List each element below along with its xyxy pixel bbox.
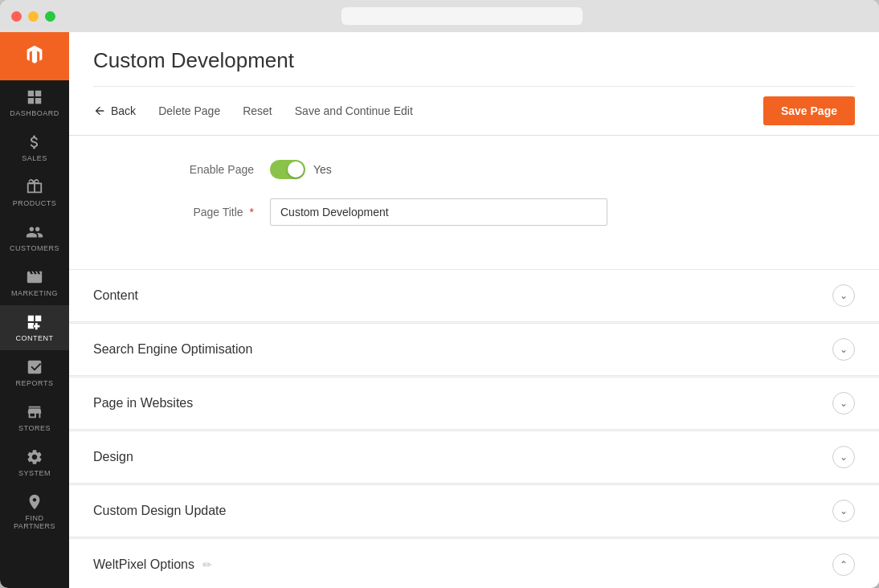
customers-icon: [26, 223, 43, 241]
sidebar-item-dashboard[interactable]: DASHBOARD: [0, 80, 69, 125]
accordion-websites-chevron: ⌄: [832, 392, 855, 414]
sidebar-item-sales[interactable]: SALES: [0, 125, 69, 170]
page-title-row-form: Page Title *: [93, 198, 855, 226]
save-label: Save Page: [781, 104, 837, 117]
sidebar-logo[interactable]: [0, 32, 69, 80]
magento-logo-icon: [20, 42, 49, 71]
sidebar-nav: DASHBOARD SALES PRODUCTS CUSTOMERS: [0, 80, 69, 588]
accordion-custom-design-title: Custom Design Update: [93, 504, 226, 518]
enable-page-toggle-label: Yes: [313, 163, 332, 176]
dashboard-icon: [26, 88, 43, 106]
page-header: Custom Development Back Delete Page Rese…: [69, 32, 879, 136]
back-arrow-icon: [93, 104, 106, 117]
page-title-label: Page Title *: [93, 206, 254, 218]
sales-icon: [26, 133, 43, 151]
sidebar-item-customers[interactable]: CUSTOMERS: [0, 215, 69, 260]
stores-icon: [26, 403, 43, 421]
accordion-design: Design ⌄: [69, 431, 879, 484]
form-area: Enable Page Yes Page Title *: [69, 136, 879, 269]
accordion-seo-header[interactable]: Search Engine Optimisation ⌄: [69, 324, 879, 375]
accordion-websites: Page in Websites ⌄: [69, 377, 879, 430]
sidebar-label-customers: CUSTOMERS: [10, 244, 59, 252]
enable-page-row: Enable Page Yes: [93, 160, 855, 179]
enable-page-toggle-wrap: Yes: [270, 160, 332, 179]
weltpixel-edit-pencil[interactable]: ✏: [202, 558, 212, 571]
sidebar-item-products[interactable]: PRODUCTS: [0, 170, 69, 215]
system-icon: [26, 448, 43, 466]
traffic-lights: [11, 11, 55, 22]
accordion-custom-design: Custom Design Update ⌄: [69, 484, 879, 537]
sidebar-label-dashboard: DASHBOARD: [10, 109, 59, 117]
toggle-slider: [270, 160, 305, 179]
accordion-seo: Search Engine Optimisation ⌄: [69, 323, 879, 376]
sidebar-label-content: CONTENT: [16, 334, 54, 342]
sidebar-label-sales: SALES: [22, 154, 47, 162]
sidebar-label-system: SYSTEM: [18, 469, 51, 477]
save-page-button[interactable]: Save Page: [763, 96, 855, 125]
accordion-websites-title: Page in Websites: [93, 396, 193, 410]
enable-page-toggle[interactable]: [270, 160, 305, 179]
accordion-content: Content ⌄: [69, 269, 879, 322]
sidebar-item-system[interactable]: SYSTEM: [0, 440, 69, 485]
accordion-seo-title: Search Engine Optimisation: [93, 342, 252, 357]
app-window: DASHBOARD SALES PRODUCTS CUSTOMERS: [0, 0, 879, 588]
minimize-button[interactable]: [28, 11, 39, 22]
page-title-row: Custom Development: [93, 48, 855, 73]
accordion-seo-chevron: ⌄: [832, 338, 855, 361]
accordion-weltpixel-header[interactable]: WeltPixel Options ✏ ⌃: [69, 539, 879, 588]
enable-page-label: Enable Page: [93, 163, 254, 176]
required-star: *: [247, 206, 254, 218]
sidebar-label-products: PRODUCTS: [13, 199, 57, 207]
sidebar: DASHBOARD SALES PRODUCTS CUSTOMERS: [0, 32, 69, 588]
accordion-content-chevron: ⌄: [832, 284, 855, 307]
sidebar-label-reports: REPORTS: [16, 379, 54, 387]
delete-page-button[interactable]: Delete Page: [158, 101, 220, 120]
back-button[interactable]: Back: [93, 101, 136, 120]
sidebar-item-stores[interactable]: STORES: [0, 395, 69, 440]
toolbar: Back Delete Page Reset Save and Continue…: [93, 86, 855, 135]
accordion-design-title: Design: [93, 450, 133, 464]
back-label: Back: [111, 104, 136, 117]
save-continue-button[interactable]: Save and Continue Edit: [295, 101, 413, 120]
accordion-content-title: Content: [93, 288, 138, 303]
accordion-custom-design-chevron: ⌄: [832, 500, 855, 522]
close-button[interactable]: [11, 11, 22, 22]
sidebar-label-find-partners: FIND PARTNERS: [3, 514, 66, 530]
sections-area: Content ⌄ Search Engine Optimisation ⌄ P…: [69, 269, 879, 588]
accordion-weltpixel: WeltPixel Options ✏ ⌃: [69, 538, 879, 588]
accordion-custom-design-header[interactable]: Custom Design Update ⌄: [69, 485, 879, 537]
partners-icon: [26, 493, 43, 511]
reset-label: Reset: [243, 104, 272, 117]
accordion-weltpixel-chevron: ⌃: [832, 553, 855, 576]
sidebar-item-marketing[interactable]: MARKETING: [0, 260, 69, 305]
reset-button[interactable]: Reset: [243, 101, 272, 120]
sidebar-item-reports[interactable]: REPORTS: [0, 350, 69, 395]
page-title: Custom Development: [93, 48, 294, 73]
page-title-input[interactable]: [270, 198, 607, 226]
accordion-design-header[interactable]: Design ⌄: [69, 431, 879, 483]
accordion-websites-header[interactable]: Page in Websites ⌄: [69, 378, 879, 429]
title-bar: [0, 0, 879, 32]
save-continue-label: Save and Continue Edit: [295, 104, 413, 117]
sidebar-item-content[interactable]: CONTENT: [0, 305, 69, 350]
app-layout: DASHBOARD SALES PRODUCTS CUSTOMERS: [0, 32, 879, 588]
marketing-icon: [26, 268, 43, 286]
accordion-weltpixel-title: WeltPixel Options ✏: [93, 557, 212, 572]
sidebar-label-marketing: MARKETING: [11, 289, 58, 297]
accordion-design-chevron: ⌄: [832, 446, 855, 468]
maximize-button[interactable]: [45, 11, 55, 22]
content-icon: [26, 313, 43, 331]
products-icon: [26, 178, 43, 196]
delete-label: Delete Page: [158, 104, 220, 117]
sidebar-item-find-partners[interactable]: FIND PARTNERS: [0, 485, 69, 538]
url-bar[interactable]: [341, 7, 583, 25]
sidebar-label-stores: STORES: [18, 424, 51, 432]
reports-icon: [26, 358, 43, 376]
main-content: Custom Development Back Delete Page Rese…: [69, 32, 879, 588]
accordion-content-header[interactable]: Content ⌄: [69, 270, 879, 321]
